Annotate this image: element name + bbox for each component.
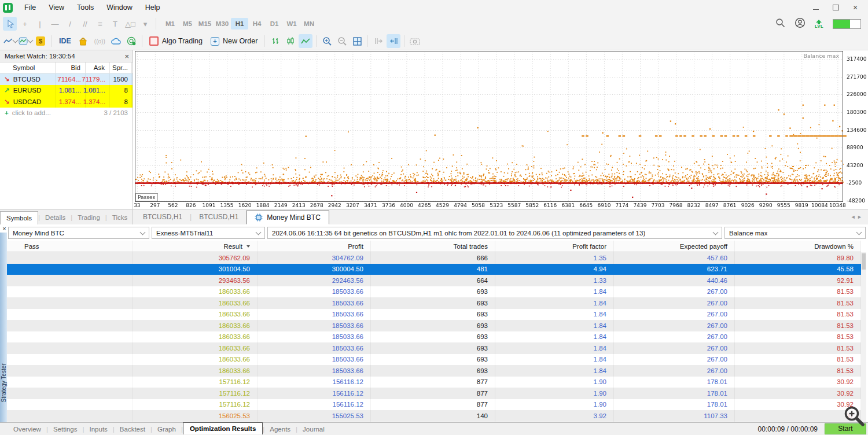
line-chart-icon[interactable] [299,34,312,48]
timeframe-h1[interactable]: H1 [231,18,248,30]
result-row[interactable]: 186033.66185033.666931.84267.0081.53 [7,365,861,377]
close-button[interactable]: × [852,4,859,11]
vertical-line-tool-icon[interactable]: | [33,17,47,31]
indicators-icon[interactable] [19,34,32,48]
menu-window[interactable]: Window [100,3,138,12]
optimization-scatter-chart[interactable] [133,50,868,209]
market-bag-icon[interactable] [76,34,90,48]
trendline-tool-icon[interactable]: / [63,17,77,31]
column-header-profit[interactable]: Profit [258,241,371,252]
market-watch-add-row[interactable]: + click to add... 3 / 2103 [0,108,133,119]
result-row[interactable]: 157116.12156116.128771.90178.0130.92 [7,399,861,411]
result-row[interactable]: 186033.66185033.666931.84267.0081.53 [7,309,861,320]
tester-tab-optimization-results[interactable]: Optimization Results [183,422,263,434]
result-row[interactable]: 186033.66185033.666931.84267.0081.53 [7,297,861,309]
menu-help[interactable]: Help [139,3,167,12]
expert-select[interactable]: Money Mind BTC [8,227,149,239]
tester-tab-graph[interactable]: Graph [152,424,181,434]
market-watch-tab-details[interactable]: Details [40,212,71,223]
bar-chart-icon[interactable] [269,34,282,48]
tester-tab-journal[interactable]: Journal [297,424,330,434]
result-row[interactable]: 156025.53155025.531403.921107.3397 [7,410,861,422]
timeframe-h4[interactable]: H4 [248,18,266,30]
result-row[interactable]: 186033.66185033.666931.84267.0081.53 [7,331,861,343]
market-watch-tab-trading[interactable]: Trading [72,212,105,223]
shapes-tool-icon[interactable]: △□ [123,17,137,31]
optimization-summary-select[interactable]: 2024.06.06 16:11:35 64 bit genetics on B… [267,227,722,239]
screenshot-icon[interactable] [408,34,422,48]
tester-tab-inputs[interactable]: Inputs [84,424,113,434]
shift-end-icon[interactable] [372,34,385,48]
horizontal-line-tool-icon[interactable]: — [48,17,62,31]
result-row[interactable]: 186033.66185033.666931.84267.0081.53 [7,354,861,366]
zoom-out-icon[interactable] [335,34,349,48]
market-watch-tab-ticks[interactable]: Ticks [107,212,133,223]
market-watch-row[interactable]: ↘USDCAD1.374...1.374...8 [0,96,133,108]
timeframe-d1[interactable]: D1 [266,18,283,30]
cloud-icon[interactable] [109,34,123,48]
minimize-button[interactable] [812,4,819,11]
crosshair-tool-icon[interactable]: + [18,17,32,31]
zoom-in-icon[interactable] [320,34,334,48]
result-row[interactable]: 305762.09304762.096661.35457.6089.80 [7,252,861,264]
column-header-drawdown-[interactable]: Drawdown % [735,241,861,252]
algo-trading-button[interactable]: Algo Trading [149,36,203,46]
equidistant-lines-tool-icon[interactable]: ≡ [93,17,107,31]
chart-tab-1[interactable]: BTCUSD,H1 [192,210,246,224]
candlestick-icon[interactable] [284,34,297,48]
tab-scroll-arrows[interactable]: ◄ ► [851,214,868,220]
result-row[interactable]: 186033.66185033.666931.84267.0081.53 [7,286,861,298]
mw-col-3[interactable]: Spr... [110,62,132,73]
dollar-icon[interactable]: $ [34,34,47,48]
tester-tab-backtest[interactable]: Backtest [115,424,150,434]
timeframe-m1[interactable]: M1 [161,18,179,30]
column-header-pass[interactable]: Pass [7,241,133,252]
chart-style-icon[interactable] [3,34,17,48]
menu-view[interactable]: View [42,3,71,12]
result-row[interactable]: 186033.66185033.666931.84267.0081.53 [7,320,861,331]
timeframe-m15[interactable]: M15 [196,18,214,30]
add-symbol-icon[interactable]: + [5,109,9,116]
channel-tool-icon[interactable]: // [78,17,92,31]
timeframe-m5[interactable]: M5 [179,18,196,30]
profile-icon[interactable] [795,17,806,30]
chart-tab-2[interactable]: Money Mind BTC [246,211,329,224]
level-badge[interactable]: LVL [815,20,823,28]
timeframe-mn[interactable]: MN [300,18,318,30]
maximize-button[interactable] [832,4,839,11]
shapes-dropdown-icon[interactable]: ▾ [138,17,152,31]
criterion-select[interactable]: Balance max [724,227,866,239]
tester-close-icon[interactable]: × [1,225,8,232]
column-header-result[interactable]: Result [133,241,258,252]
column-header-profit-factor[interactable]: Profit factor [495,241,614,252]
server-select[interactable]: Exness-MT5Trial11 [152,227,265,239]
tester-tab-settings[interactable]: Settings [48,424,83,434]
timeframe-w1[interactable]: W1 [283,18,300,30]
menu-file[interactable]: File [18,3,42,12]
market-watch-row[interactable]: ↗EURUSD1.081...1.081...8 [0,85,133,97]
tester-tab-overview[interactable]: Overview [8,424,46,434]
result-row[interactable]: 293463.56292463.566641.33440.4692.91 [7,275,861,286]
timeframe-m30[interactable]: M30 [214,18,231,30]
market-watch-tab-symbols[interactable]: Symbols [0,211,38,224]
result-row[interactable]: 157116.12156116.128771.90178.0130.92 [7,388,861,399]
mw-col-2[interactable]: Ask [86,62,110,73]
shift-back-icon[interactable] [387,34,400,48]
strategy-tester-strip[interactable]: Strategy Tester [0,233,7,422]
mw-col-0[interactable]: Symbol [0,62,56,73]
column-header-expected-payoff[interactable]: Expected payoff [614,241,735,252]
signals-icon[interactable]: ((o)) [94,38,105,45]
mw-col-1[interactable]: Bid [56,62,86,73]
table-scrollbar[interactable] [861,252,866,422]
result-row[interactable]: 301004.50300004.504814.94623.7145.58 [7,264,861,275]
community-icon[interactable] [124,34,138,48]
add-symbol-label[interactable]: click to add... [12,109,51,116]
result-row[interactable]: 186033.66185033.666931.84267.0081.53 [7,342,861,354]
market-watch-row[interactable]: ↘BTCUSD71164...71179...1500 [0,73,133,85]
search-icon[interactable] [775,18,785,30]
menu-tools[interactable]: Tools [71,3,100,12]
chart-tab-0[interactable]: BTCUSD,H1 [135,210,190,224]
cursor-tool-icon[interactable] [3,17,17,31]
ide-button[interactable]: IDE [59,37,71,45]
column-header-total-trades[interactable]: Total trades [371,241,495,252]
